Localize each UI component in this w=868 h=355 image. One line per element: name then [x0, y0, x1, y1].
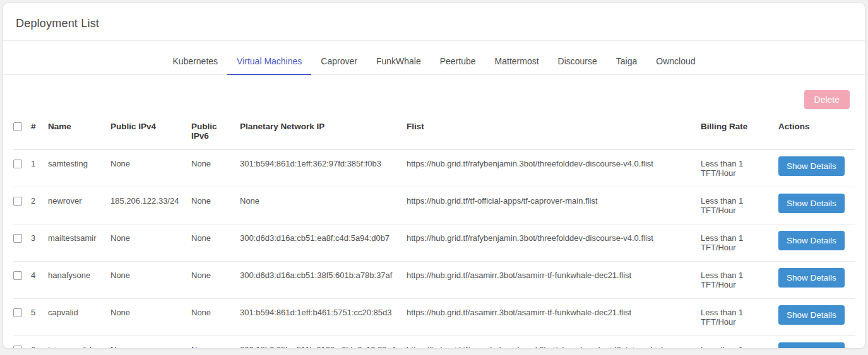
cell-billing: Less than 1 TFT/Hour [701, 224, 778, 262]
cell-billing: Less than 1 TFT/Hour [701, 336, 778, 349]
cell-billing: Less than 1 TFT/Hour [701, 187, 778, 224]
row-checkbox[interactable] [13, 160, 22, 168]
cell-select [13, 187, 31, 224]
header-num: # [31, 113, 48, 150]
table-toolbar: Delete [3, 75, 865, 113]
deployment-list-card: Deployment List Kubernetes Virtual Machi… [3, 3, 865, 349]
cell-ipv4: None [110, 224, 191, 262]
cell-ipv6: None [191, 299, 240, 336]
table-row: 3 mailtestsamir None None 300:d6d3:d16a:… [13, 224, 855, 262]
cell-ipv4: None [110, 150, 191, 187]
table-container: # Name Public IPv4 Public IPv6 Planetary… [3, 113, 865, 349]
tabs-bar: Kubernetes Virtual Machines Caprover Fun… [3, 50, 865, 75]
header-ipv4: Public IPv4 [110, 113, 191, 150]
row-checkbox[interactable] [13, 346, 22, 349]
cell-select [13, 262, 31, 299]
cell-select [13, 299, 31, 336]
deployments-table: # Name Public IPv4 Public IPv6 Planetary… [13, 113, 855, 349]
cell-select [13, 150, 31, 187]
header-actions: Actions [778, 113, 855, 150]
cell-actions: Show Details [778, 150, 855, 187]
cell-ipv6: None [191, 224, 240, 262]
header-ipv6: Public IPv6 [191, 113, 240, 150]
tab-owncloud[interactable]: Owncloud [646, 50, 705, 75]
cell-actions: Show Details [778, 299, 855, 336]
show-details-button[interactable]: Show Details [778, 194, 845, 213]
card-header: Deployment List [3, 3, 865, 41]
row-checkbox[interactable] [13, 234, 22, 243]
cell-flist: https://hub.grid.tf/samehabouelsaad.3bot… [407, 336, 701, 349]
table-row: 4 hanafysone None None 300:d6d3:d16a:cb5… [13, 262, 855, 299]
cell-actions: Show Details [778, 224, 855, 262]
cell-name: taigcapvalid [48, 336, 110, 349]
cell-billing: Less than 1 TFT/Hour [701, 262, 778, 299]
cell-planetary-ip: 301:b594:861d:1eff:362:97fd:385f:f0b3 [240, 150, 407, 187]
cell-num: 6 [31, 336, 48, 349]
header-flist: Flist [407, 113, 701, 150]
cell-flist: https://hub.grid.tf/rafybenjamin.3bot/th… [407, 150, 701, 187]
table-row: 6 taigcapvalid None None 300:18b2:35bc:5… [13, 336, 855, 349]
cell-num: 5 [31, 299, 48, 336]
cell-planetary-ip: 300:d6d3:d16a:cb51:38f5:601b:a78b:37af [240, 262, 407, 299]
select-all-checkbox[interactable] [13, 122, 22, 131]
cell-flist: https://hub.grid.tf/tf-official-apps/tf-… [407, 187, 701, 224]
tab-taiga[interactable]: Taiga [607, 50, 646, 75]
cell-name: capvalid [48, 299, 110, 336]
table-row: 2 newrover 185.206.122.33/24 None None h… [13, 187, 855, 224]
tab-funkwhale[interactable]: FunkWhale [367, 50, 431, 75]
cell-num: 1 [31, 150, 48, 187]
cell-ipv4: 185.206.122.33/24 [110, 187, 191, 224]
cell-name: hanafysone [48, 262, 110, 299]
cell-actions: Show Details [778, 187, 855, 224]
cell-ipv6: None [191, 150, 240, 187]
cell-actions: Show Details [778, 262, 855, 299]
row-checkbox[interactable] [13, 271, 22, 280]
cell-ipv6: None [191, 262, 240, 299]
show-details-button[interactable]: Show Details [778, 156, 845, 176]
tab-kubernetes[interactable]: Kubernetes [163, 50, 227, 75]
cell-billing: Less than 1 TFT/Hour [701, 299, 778, 336]
cell-num: 4 [31, 262, 48, 299]
cell-actions: Show Details [778, 336, 855, 349]
table-row: 5 capvalid None None 301:b594:861d:1eff:… [13, 299, 855, 336]
cell-flist: https://hub.grid.tf/asamirr.3bot/asamirr… [407, 299, 701, 336]
show-details-button[interactable]: Show Details [778, 268, 845, 288]
show-details-button[interactable]: Show Details [778, 342, 845, 349]
cell-planetary-ip: None [240, 187, 407, 224]
cell-planetary-ip: 300:18b2:35bc:511b:3102:a6bb:3c10:32a4 [240, 336, 407, 349]
cell-ipv4: None [110, 299, 191, 336]
cell-select [13, 336, 31, 349]
cell-num: 2 [31, 187, 48, 224]
cell-name: samtesting [48, 150, 110, 187]
tab-caprover[interactable]: Caprover [311, 50, 367, 75]
cell-ipv6: None [191, 336, 240, 349]
table-header-row: # Name Public IPv4 Public IPv6 Planetary… [13, 113, 855, 150]
cell-ipv4: None [110, 262, 191, 299]
tab-peertube[interactable]: Peertube [431, 50, 485, 75]
cell-flist: https://hub.grid.tf/asamirr.3bot/asamirr… [407, 262, 701, 299]
tab-mattermost[interactable]: Mattermost [485, 50, 549, 75]
tab-virtual-machines[interactable]: Virtual Machines [227, 50, 311, 75]
show-details-button[interactable]: Show Details [778, 231, 845, 250]
header-name: Name [48, 113, 110, 150]
cell-select [13, 224, 31, 262]
cell-name: mailtestsamir [48, 224, 110, 262]
show-details-button[interactable]: Show Details [778, 305, 845, 325]
page-title: Deployment List [16, 17, 852, 30]
cell-flist: https://hub.grid.tf/rafybenjamin.3bot/th… [407, 224, 701, 262]
row-checkbox[interactable] [13, 197, 22, 206]
cell-name: newrover [48, 187, 110, 224]
header-planetary: Planetary Network IP [240, 113, 407, 150]
table-row: 1 samtesting None None 301:b594:861d:1ef… [13, 150, 855, 187]
cell-billing: Less than 1 TFT/Hour [701, 150, 778, 187]
cell-planetary-ip: 301:b594:861d:1eff:b461:5751:cc20:85d3 [240, 299, 407, 336]
header-select-all [13, 113, 31, 150]
cell-num: 3 [31, 224, 48, 262]
row-checkbox[interactable] [13, 308, 22, 317]
header-billing: Billing Rate [701, 113, 778, 150]
tab-discourse[interactable]: Discourse [549, 50, 607, 75]
delete-button[interactable]: Delete [804, 90, 850, 109]
cell-planetary-ip: 300:d6d3:d16a:cb51:ea8f:c4d:5a94:d0b7 [240, 224, 407, 262]
cell-ipv4: None [110, 336, 191, 349]
cell-ipv6: None [191, 187, 240, 224]
